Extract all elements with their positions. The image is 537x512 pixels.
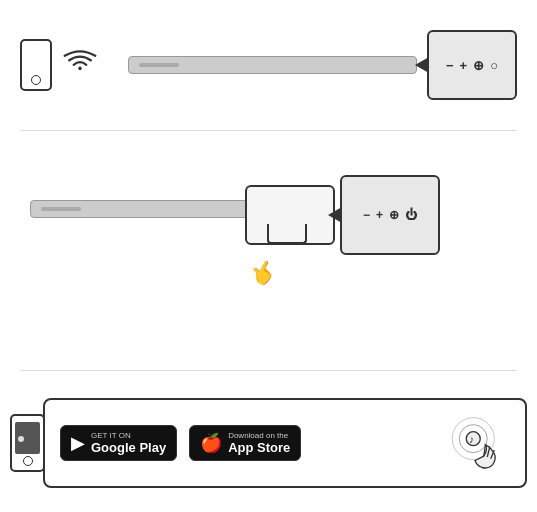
section-app-download: ▶ GET IT ON Google Play 🍎 Download on th…	[0, 380, 537, 505]
callout-tail	[267, 224, 307, 244]
power-button-2: ⏻	[405, 208, 417, 222]
app-store-text: Download on the App Store	[228, 431, 290, 455]
divider-1	[20, 130, 517, 131]
section-wifi-control: − + ⊕ ○	[0, 10, 537, 120]
callout-bubble	[245, 185, 335, 245]
phone-tap-dot	[18, 436, 24, 442]
plus-button-2: +	[376, 208, 383, 222]
google-play-text: GET IT ON Google Play	[91, 431, 166, 455]
touch-ripple-icon: ♪	[440, 408, 510, 478]
power-button-1: ○	[490, 58, 498, 73]
control-buttons-1: − + ⊕ ○	[446, 58, 498, 73]
app-store-label: App Store	[228, 440, 290, 455]
input-button-2: ⊕	[389, 208, 399, 222]
app-store-badge[interactable]: 🍎 Download on the App Store	[189, 425, 301, 461]
finger-tap-icon: 👆	[245, 255, 281, 291]
google-play-badge[interactable]: ▶ GET IT ON Google Play	[60, 425, 177, 461]
app-store-small-text: Download on the	[228, 431, 290, 440]
minus-button-2: −	[363, 208, 370, 222]
soundbar-device-1	[128, 56, 417, 74]
google-play-label: Google Play	[91, 440, 166, 455]
control-box-2: − + ⊕ ⏻	[340, 175, 440, 255]
google-play-icon: ▶	[71, 432, 85, 454]
minus-button-1: −	[446, 58, 454, 73]
section-button-control: − + ⊕ ⏻ 👆	[0, 150, 537, 290]
svg-text:♪: ♪	[469, 433, 474, 445]
divider-2	[20, 370, 517, 371]
app-store-container: ▶ GET IT ON Google Play 🍎 Download on th…	[43, 398, 527, 488]
input-button-1: ⊕	[473, 58, 484, 73]
control-box-1: − + ⊕ ○	[427, 30, 517, 100]
google-play-small-text: GET IT ON	[91, 431, 166, 440]
wifi-icon	[62, 48, 98, 82]
plus-button-1: +	[460, 58, 468, 73]
phone-icon	[20, 39, 52, 91]
store-badges-group: ▶ GET IT ON Google Play 🍎 Download on th…	[60, 425, 301, 461]
phone-small-icon	[10, 414, 45, 472]
apple-icon: 🍎	[200, 432, 222, 454]
control-buttons-2: − + ⊕ ⏻	[363, 208, 417, 222]
